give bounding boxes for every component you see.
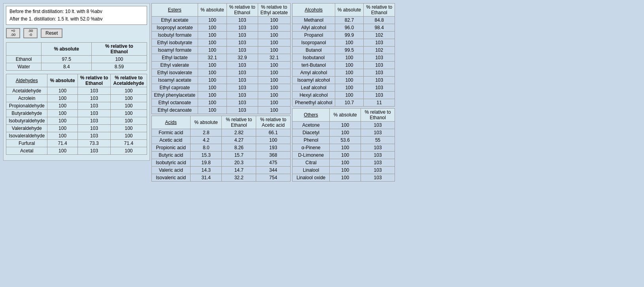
table-cell: Methanol xyxy=(293,17,335,24)
alc-col-absolute: % absolute xyxy=(335,4,363,17)
table-cell: Diacetyl xyxy=(293,129,330,137)
table-cell: 103 xyxy=(364,92,395,99)
table-row: α-Pinene100103 xyxy=(293,144,395,152)
oth-col-absolute: % absolute xyxy=(330,109,361,122)
table-cell: 73.3 xyxy=(77,140,111,147)
table-cell: 99.5 xyxy=(335,47,363,54)
table-cell: 103 xyxy=(364,54,395,62)
table-cell: Ethyl isobutyrate xyxy=(151,39,198,47)
table-row: Isopropyl acetate100103100 xyxy=(151,24,291,32)
table-cell: 100 xyxy=(111,95,147,102)
decimal-increase-button[interactable]: +0.00 xyxy=(6,28,20,38)
table-cell: 32.2 xyxy=(222,174,256,182)
table-row: Ethyl phenylacetate100103100 xyxy=(151,92,291,99)
table-cell: 32.1 xyxy=(198,54,227,62)
table-row: Valeraldehyde100103100 xyxy=(6,125,147,132)
table-row: Linalool oxide100103 xyxy=(293,174,395,182)
table-cell: 96.0 xyxy=(335,24,363,32)
table-cell: Ethyl decanoate xyxy=(151,107,198,114)
table-cell: 15.7 xyxy=(222,152,256,159)
table-cell: 103 xyxy=(364,69,395,77)
decimal-decrease-button[interactable]: .00-0 xyxy=(23,28,38,38)
table-row: Isobutyraldehyde100103100 xyxy=(6,117,147,125)
table-cell: 103 xyxy=(364,62,395,69)
ew-col-relative: % relative toEthanol xyxy=(92,43,147,56)
table-cell: 14.3 xyxy=(190,167,221,174)
table-row: Isobutyl formate100103100 xyxy=(151,32,291,39)
table-cell: 100 xyxy=(258,77,290,84)
table-cell: 103 xyxy=(227,84,258,92)
table-cell: Butyric acid xyxy=(151,152,190,159)
table-row: Ethyl decanoate100103100 xyxy=(151,107,291,114)
table-row: Butyraldehyde100103100 xyxy=(6,110,147,117)
oth-col-name: Others xyxy=(293,109,330,122)
table-cell: 754 xyxy=(256,174,291,182)
table-cell: Isoamyl acetate xyxy=(151,77,198,84)
table-cell: 103 xyxy=(361,144,395,152)
alc-col-name: Alcohols xyxy=(293,4,335,17)
table-row: Formic acid2.82.8266.1 xyxy=(151,129,291,137)
table-cell: 100 xyxy=(111,125,147,132)
acid-col-relative-eth: % relative toEthanol xyxy=(222,116,256,129)
ethanol-water-table: % absolute % relative toEthanol Ethanol9… xyxy=(6,42,147,71)
table-cell: Isopropanol xyxy=(293,39,335,47)
table-cell: 100 xyxy=(92,56,147,63)
table-cell: 100 xyxy=(198,17,227,24)
table-row: D-Limonene100103 xyxy=(293,152,395,159)
table-cell: 100 xyxy=(47,95,77,102)
table-cell: 100 xyxy=(330,167,361,174)
reset-button[interactable]: Reset xyxy=(41,28,62,38)
table-cell: tert-Butanol xyxy=(293,62,335,69)
table-cell: 100 xyxy=(47,117,77,125)
table-cell: Citral xyxy=(293,159,330,167)
table-cell: 100 xyxy=(111,102,147,110)
main-container: Before the first distillation: 10 lt. wi… xyxy=(3,3,641,182)
info-box: Before the first distillation: 10 lt. wi… xyxy=(6,6,147,25)
table-row: Isopropanol100103 xyxy=(293,39,395,47)
table-cell: Leaf alcohol xyxy=(293,84,335,92)
ew-col-absolute: % absolute xyxy=(42,43,92,56)
table-row: Diacetyl100103 xyxy=(293,129,395,137)
table-cell: 103 xyxy=(364,39,395,47)
table-cell: Acetal xyxy=(6,147,47,155)
table-row: Acetal100103100 xyxy=(6,147,147,155)
table-cell: Valeraldehyde xyxy=(6,125,47,132)
table-row: Isobutanol100103 xyxy=(293,54,395,62)
table-cell: 100 xyxy=(198,32,227,39)
table-cell: Amyl alcohol xyxy=(293,69,335,77)
table-row: Acetone100103 xyxy=(293,122,395,129)
table-cell: 100 xyxy=(258,47,290,54)
ald-col-name: Aldehydes xyxy=(6,74,47,87)
table-row: Propionaldehyde100103100 xyxy=(6,102,147,110)
table-cell: 10.7 xyxy=(335,99,363,107)
table-row: Phenethyl alcohol10.711 xyxy=(293,99,395,107)
table-cell: 100 xyxy=(258,17,290,24)
table-cell: Propionaldehyde xyxy=(6,102,47,110)
table-row: Ethyl lactate32.132.932.1 xyxy=(151,54,291,62)
table-cell: Acetone xyxy=(293,122,330,129)
table-cell: 100 xyxy=(198,77,227,84)
table-cell: 100 xyxy=(198,39,227,47)
info-line1: Before the first distillation: 10 lt. wi… xyxy=(9,8,144,15)
table-row: Furfural71.473.371.4 xyxy=(6,140,147,147)
table-row: tert-Butanol100103 xyxy=(293,62,395,69)
alcohols-table: Alcohols % absolute % relative toEthanol… xyxy=(292,3,395,107)
table-cell: 193 xyxy=(256,144,291,152)
table-cell: Furfural xyxy=(6,140,47,147)
table-cell: 100 xyxy=(330,174,361,182)
table-cell: 103 xyxy=(227,24,258,32)
table-cell: 103 xyxy=(361,129,395,137)
table-row: Acrolein100103100 xyxy=(6,95,147,102)
table-cell: Isovaleric acid xyxy=(151,174,190,182)
table-cell: Ethyl valerate xyxy=(151,62,198,69)
table-cell: Acetic acid xyxy=(151,137,190,144)
table-cell: 100 xyxy=(47,147,77,155)
est-col-name: Esters xyxy=(151,4,198,17)
table-row: Phenol53.655 xyxy=(293,137,395,144)
table-cell: 71.4 xyxy=(47,140,77,147)
table-cell: 100 xyxy=(198,62,227,69)
table-row: Water8.48.59 xyxy=(6,63,147,71)
right-panel: Alcohols % absolute % relative toEthanol… xyxy=(292,3,395,182)
table-cell: 100 xyxy=(198,92,227,99)
table-cell: 103 xyxy=(77,125,111,132)
